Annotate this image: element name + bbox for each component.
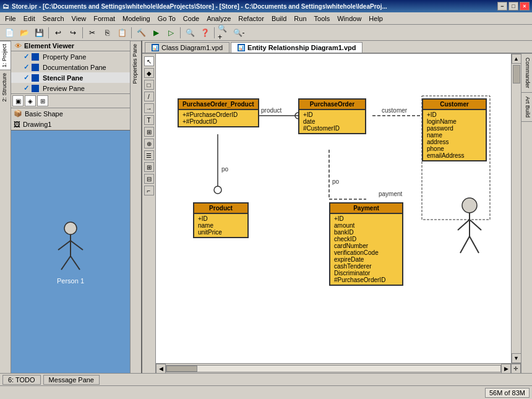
connect-tool[interactable]: ⊞ xyxy=(144,127,154,137)
build-button[interactable]: 🔨 xyxy=(134,26,148,40)
shape-tool-3[interactable]: ⊞ xyxy=(37,95,48,106)
menu-refactor[interactable]: Refactor xyxy=(234,14,268,24)
tab-structure[interactable]: 2: Structure xyxy=(0,70,11,105)
field-pay-expire: expireDate xyxy=(334,256,398,263)
shape-tool-2[interactable]: ◈ xyxy=(25,95,36,106)
menu-code[interactable]: Code xyxy=(179,14,203,24)
svg-text:payment: payment xyxy=(379,191,403,197)
open-button[interactable]: 📂 xyxy=(17,26,31,40)
property-pane-item[interactable]: ✓ Property Pane xyxy=(11,51,130,62)
shapes-toolbar: ▣ ◈ ⊞ xyxy=(11,94,130,108)
field-pay-id: +ID xyxy=(334,215,398,222)
debug-button[interactable]: ▷ xyxy=(164,26,178,40)
menu-help[interactable]: Help xyxy=(365,14,387,24)
help-button[interactable]: ❓ xyxy=(198,26,212,40)
line-tool[interactable]: / xyxy=(144,92,154,101)
scroll-thumb-v[interactable] xyxy=(513,65,520,84)
box-tool[interactable]: □ xyxy=(144,80,154,90)
zoom-out-button[interactable]: 🔍- xyxy=(232,26,246,40)
cut-button[interactable]: ✂ xyxy=(85,26,99,40)
entity-product[interactable]: Product +ID name unitPrice xyxy=(193,202,249,238)
shape-tool-1[interactable]: ▣ xyxy=(12,95,24,106)
tab-properties-pane[interactable]: Properties Pane xyxy=(131,41,141,87)
menu-modeling[interactable]: Modeling xyxy=(119,14,154,24)
format-tool[interactable]: ⊟ xyxy=(144,174,154,184)
basic-shape-icon: 📦 xyxy=(14,109,22,118)
tab-art-build[interactable]: Art Build xyxy=(521,93,532,122)
new-button[interactable]: 📄 xyxy=(2,26,16,40)
sep3 xyxy=(131,27,132,38)
field-pay-bankid: bankID xyxy=(334,229,398,236)
person-area: Person 1 xyxy=(11,131,130,373)
menu-file[interactable]: File xyxy=(1,14,20,24)
menu-view[interactable]: View xyxy=(68,14,90,24)
menu-window[interactable]: Window xyxy=(333,14,365,24)
scroll-left-button[interactable]: ◀ xyxy=(156,364,166,374)
stencil-pane-item[interactable]: ✓ Stencil Pane xyxy=(11,72,130,83)
field-pay-poid: #PurchaseOrderID xyxy=(334,277,398,283)
field-pay-checkid: checkID xyxy=(334,236,398,242)
minimize-button[interactable]: − xyxy=(497,2,507,11)
corner-tool[interactable]: ⌐ xyxy=(144,186,154,195)
scroll-up-button[interactable]: ▲ xyxy=(512,54,521,64)
paste-button[interactable]: 📋 xyxy=(115,26,129,40)
search-button[interactable]: 🔍 xyxy=(183,26,197,40)
menu-edit[interactable]: Edit xyxy=(20,14,39,24)
close-button[interactable]: × xyxy=(520,2,530,11)
zoom-in-button[interactable]: 🔍+ xyxy=(217,26,231,40)
vertical-scrollbar[interactable]: ▲ ▼ xyxy=(511,54,521,363)
basic-shape-item[interactable]: 📦 Basic Shape xyxy=(11,108,130,119)
documentation-pane-item[interactable]: ✓ Documentation Pane xyxy=(11,62,130,72)
layout-tool[interactable]: ⊞ xyxy=(144,162,154,172)
menu-tools[interactable]: Tools xyxy=(311,14,334,24)
preview-pane-item[interactable]: ✓ Preview Pane xyxy=(11,83,130,93)
diamond-tool[interactable]: ◆ xyxy=(144,68,154,78)
doc-checkmark-icon: ✓ xyxy=(24,63,29,71)
svg-text:customer: customer xyxy=(382,107,408,114)
element-viewer-icon: 👁 xyxy=(15,42,22,49)
arrow-tool[interactable]: → xyxy=(144,103,154,113)
tab-class-diagram[interactable]: 📊 Class Diagram1.vpd xyxy=(145,42,230,53)
tab-message-pane[interactable]: Message Pane xyxy=(43,375,100,385)
menu-search[interactable]: Search xyxy=(39,14,68,24)
entity-purchase-order-product[interactable]: PurchaseOrder_Product +#PurchaseOrderID … xyxy=(178,98,259,127)
field-pay-cardnumber: cardNumber xyxy=(334,242,398,249)
menu-analyze[interactable]: Analyze xyxy=(203,14,234,24)
tab-project[interactable]: 1: Project xyxy=(0,41,11,70)
undo-button[interactable]: ↩ xyxy=(51,26,65,40)
tab-todo[interactable]: 6: TODO xyxy=(2,375,41,385)
menu-run[interactable]: Run xyxy=(290,14,310,24)
hand-tool[interactable]: ☰ xyxy=(144,150,154,160)
checkmark-icon: ✓ xyxy=(24,53,29,61)
field-pay-discrim: Discriminator xyxy=(334,270,398,277)
save-button[interactable]: 💾 xyxy=(32,26,46,40)
horizontal-scrollbar[interactable]: ◀ ▶ ✛ xyxy=(156,363,521,373)
copy-button[interactable]: ⎘ xyxy=(100,26,114,40)
redo-button[interactable]: ↪ xyxy=(66,26,80,40)
tab-commander[interactable]: Commander xyxy=(521,54,532,93)
canvas-row: product po customer po xyxy=(156,54,521,363)
field-pay-cash: cashTenderer xyxy=(334,263,398,270)
maximize-button[interactable]: □ xyxy=(508,2,518,11)
diagram-tabs: 📊 Class Diagram1.vpd 📊 Entity Relationsh… xyxy=(142,41,532,54)
scroll-right-button[interactable]: ▶ xyxy=(501,364,511,374)
drawing1-item[interactable]: 🖼 Drawing1 xyxy=(11,119,130,129)
zoom-tool[interactable]: ⊕ xyxy=(144,139,154,148)
field-c-phone: phone xyxy=(427,145,482,152)
menu-build[interactable]: Build xyxy=(268,14,290,24)
scroll-track-h xyxy=(166,365,501,372)
run-button[interactable]: ▶ xyxy=(149,26,163,40)
entity-customer[interactable]: Customer +ID loginName password name add… xyxy=(422,98,487,161)
entity-customer-body: +ID loginName password name address phon… xyxy=(423,110,486,160)
tab-er-diagram[interactable]: 📊 Entity Relationship Diagram1.vpd xyxy=(231,42,363,53)
menu-format[interactable]: Format xyxy=(90,14,119,24)
diagram-canvas[interactable]: product po customer po xyxy=(156,54,511,363)
entity-purchase-order[interactable]: PurchaseOrder +ID date #CustomerID xyxy=(298,98,366,134)
preview-pane-label: Preview Pane xyxy=(43,85,85,92)
scroll-thumb-h[interactable] xyxy=(166,366,197,372)
entity-payment[interactable]: Payment +ID amount bankID checkID cardNu… xyxy=(329,202,403,286)
scroll-down-button[interactable]: ▼ xyxy=(512,353,521,363)
menu-goto[interactable]: Go To xyxy=(154,14,179,24)
select-tool[interactable]: ↖ xyxy=(144,56,154,66)
text-tool[interactable]: T xyxy=(144,115,154,125)
